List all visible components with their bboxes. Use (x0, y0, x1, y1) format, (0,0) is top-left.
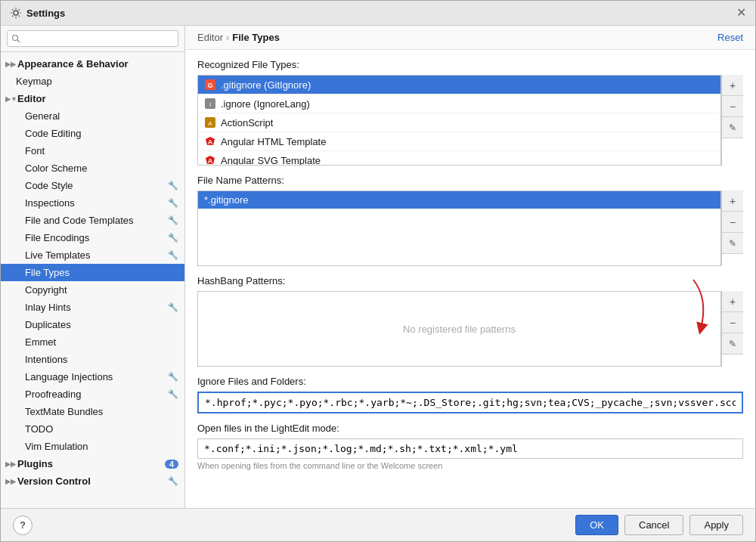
sidebar-item-label: Intentions (25, 354, 67, 365)
sidebar-item-label: Inlay Hints (25, 302, 71, 313)
chevron-icon: ▶ (5, 60, 14, 68)
hashbang-list: No registered file patterns (197, 291, 721, 367)
marker-icon: 🔧 (168, 389, 178, 399)
sidebar-item-label: Version Control (17, 475, 91, 487)
svg-text:A: A (208, 157, 213, 165)
sidebar-item-label: Emmet (25, 336, 56, 348)
sidebar-item-live-templates[interactable]: Live Templates🔧 (1, 246, 184, 264)
title-text: Settings (26, 8, 65, 19)
file-type-icon: A (204, 135, 216, 147)
sidebar-item-appearance[interactable]: ▶Appearance & Behavior (1, 55, 184, 73)
open-files-field[interactable] (197, 438, 743, 459)
reset-link[interactable]: Reset (717, 32, 743, 43)
sidebar-item-label: Editor (17, 93, 46, 104)
sidebar-search-container (1, 26, 184, 52)
open-files-hint: When opening files from the command line… (197, 461, 743, 470)
sidebar-item-label: General (25, 110, 60, 122)
sidebar-item-inlay-hints[interactable]: Inlay Hints🔧 (1, 299, 184, 316)
ok-button[interactable]: OK (575, 515, 618, 535)
sidebar-item-plugins[interactable]: ▶Plugins4 (1, 455, 184, 472)
sidebar-item-label: Appearance & Behavior (17, 58, 129, 70)
sidebar-item-label: Language Injections (25, 371, 113, 382)
remove-pattern-button[interactable]: − (722, 212, 743, 233)
help-button[interactable]: ? (13, 516, 33, 535)
svg-text:I: I (209, 101, 211, 108)
marker-icon: 🔧 (168, 476, 178, 486)
sidebar-item-duplicates[interactable]: Duplicates (1, 316, 184, 333)
apply-button[interactable]: Apply (689, 515, 743, 535)
close-button[interactable]: ✕ (736, 7, 746, 19)
sidebar-item-textmate-bundles[interactable]: TextMate Bundles (1, 403, 184, 420)
file-type-name: .ignore (IgnoreLang) (221, 98, 310, 110)
sidebar: ▶Appearance & BehaviorKeymap▼EditorGener… (1, 26, 185, 508)
pattern-row[interactable]: *.gitignore (198, 191, 720, 209)
main-content: Editor › File Types Reset Recognized Fil… (185, 26, 755, 508)
sidebar-item-label: Duplicates (25, 319, 71, 330)
sidebar-item-label: Color Scheme (25, 163, 87, 174)
file-type-row[interactable]: G.gitignore (GitIgnore) (198, 76, 720, 94)
sidebar-item-copyright[interactable]: Copyright (1, 281, 184, 299)
sidebar-item-label: Code Style (25, 180, 73, 191)
breadcrumb: Editor › File Types (197, 32, 280, 43)
sidebar-item-version-control[interactable]: ▶Version Control🔧 (1, 472, 184, 490)
open-files-label: Open files in the LightEdit mode: (197, 423, 743, 434)
sidebar-item-file-code-templates[interactable]: File and Code Templates🔧 (1, 212, 184, 229)
file-type-row[interactable]: AActionScript (198, 113, 720, 132)
add-pattern-button[interactable]: + (722, 190, 743, 212)
marker-icon: 🔧 (168, 233, 178, 243)
cancel-button[interactable]: Cancel (624, 515, 683, 535)
hashbang-buttons: + − ✎ (721, 291, 743, 367)
sidebar-item-code-editing[interactable]: Code Editing (1, 125, 184, 142)
sidebar-item-color-scheme[interactable]: Color Scheme (1, 160, 184, 177)
remove-hashbang-button[interactable]: − (722, 312, 743, 333)
ignore-files-field[interactable] (197, 392, 743, 413)
file-type-icon: G (204, 79, 216, 91)
file-types-list: G.gitignore (GitIgnore)I.ignore (IgnoreL… (197, 75, 721, 166)
marker-icon: 🔧 (168, 302, 178, 312)
marker-icon: 🔧 (168, 250, 178, 260)
file-name-patterns-label: File Name Patterns: (197, 175, 743, 186)
edit-pattern-button[interactable]: ✎ (722, 233, 743, 254)
sidebar-item-label: Plugins (17, 458, 53, 469)
sidebar-item-label: Font (25, 145, 45, 156)
title-bar-left: Settings (10, 7, 65, 19)
settings-dialog: Settings ✕ ▶Appearance & BehaviorKeymap▼… (0, 0, 756, 542)
chevron-icon: ▶ (5, 478, 14, 485)
file-type-row[interactable]: AAngular HTML Template (198, 132, 720, 151)
file-type-name: Angular SVG Template (221, 155, 321, 166)
sidebar-item-todo[interactable]: TODO (1, 420, 184, 438)
sidebar-item-code-style[interactable]: Code Style🔧 (1, 177, 184, 194)
file-type-row[interactable]: AAngular SVG Template (198, 151, 720, 166)
svg-point-0 (14, 11, 18, 15)
sidebar-item-editor[interactable]: ▼Editor (1, 90, 184, 107)
sidebar-item-label: TextMate Bundles (25, 406, 103, 417)
sidebar-item-font[interactable]: Font (1, 142, 184, 160)
add-file-type-button[interactable]: + (722, 75, 743, 96)
remove-file-type-button[interactable]: − (722, 96, 743, 117)
sidebar-item-keymap[interactable]: Keymap (1, 73, 184, 90)
file-type-row[interactable]: I.ignore (IgnoreLang) (198, 94, 720, 113)
dialog-footer: ? OK Cancel Apply (1, 508, 755, 541)
sidebar-item-inspections[interactable]: Inspections🔧 (1, 194, 184, 212)
svg-text:G: G (207, 82, 212, 89)
sidebar-item-language-injections[interactable]: Language Injections🔧 (1, 368, 184, 386)
sidebar-item-general[interactable]: General (1, 107, 184, 125)
edit-hashbang-button[interactable]: ✎ (722, 333, 743, 355)
patterns-list: *.gitignore (197, 190, 721, 266)
edit-file-type-button[interactable]: ✎ (722, 117, 743, 138)
sidebar-item-emmet[interactable]: Emmet (1, 333, 184, 351)
sidebar-item-vim-emulation[interactable]: Vim Emulation (1, 438, 184, 455)
sidebar-item-file-encodings[interactable]: File Encodings🔧 (1, 229, 184, 246)
marker-icon: 🔧 (168, 198, 178, 208)
search-input[interactable] (7, 30, 178, 47)
sidebar-item-label: Vim Emulation (25, 441, 88, 452)
marker-icon: 🔧 (168, 372, 178, 382)
file-type-name: ActionScript (221, 117, 273, 129)
ignore-files-label: Ignore Files and Folders: (197, 376, 743, 387)
sidebar-tree: ▶Appearance & BehaviorKeymap▼EditorGener… (1, 52, 184, 508)
sidebar-item-proofreading[interactable]: Proofreading🔧 (1, 386, 184, 403)
sidebar-item-intentions[interactable]: Intentions (1, 351, 184, 368)
add-hashbang-button[interactable]: + (722, 291, 743, 312)
sidebar-item-label: Proofreading (25, 389, 81, 400)
sidebar-item-file-types[interactable]: File Types (1, 264, 184, 281)
